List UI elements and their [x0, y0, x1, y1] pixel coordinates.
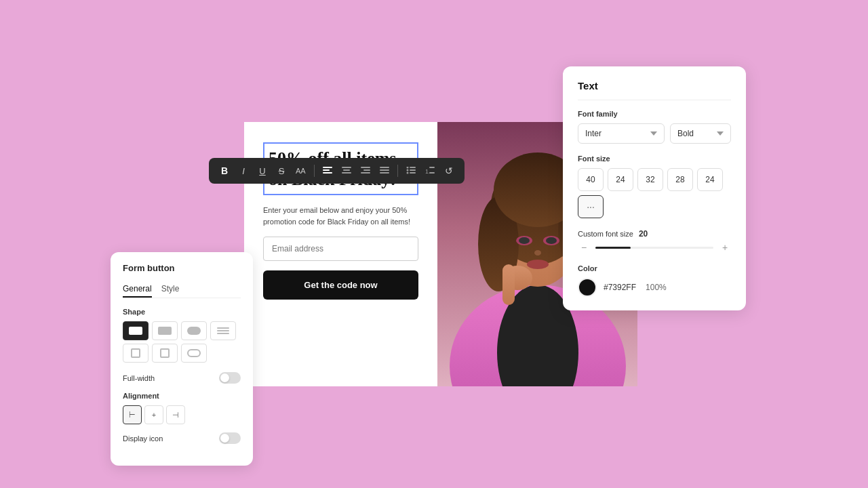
svg-rect-36: [410, 169, 416, 171]
custom-size-row: Custom font size 20: [578, 229, 731, 239]
fs-32[interactable]: 32: [637, 168, 663, 191]
rotate-button[interactable]: ↺: [441, 163, 456, 178]
form-button-panel-title: Form button: [123, 263, 241, 273]
svg-point-37: [406, 172, 408, 174]
svg-rect-26: [363, 169, 370, 171]
custom-size-section: Custom font size 20 − +: [578, 229, 731, 253]
full-width-toggle[interactable]: [219, 372, 241, 384]
svg-rect-19: [323, 172, 332, 174]
panel-tabs: General Style: [123, 281, 241, 298]
svg-rect-17: [323, 167, 332, 168]
list-number-button[interactable]: 1.2.: [422, 163, 437, 178]
text-panel: Text Font family Inter Bold Regular Ligh…: [563, 66, 746, 310]
svg-rect-21: [342, 167, 351, 168]
align-center-opt[interactable]: +: [144, 405, 163, 424]
list-bullet-button[interactable]: [403, 163, 418, 178]
svg-point-14: [527, 260, 549, 269]
svg-point-13: [534, 250, 541, 256]
align-right-opt[interactable]: ⊣: [166, 405, 185, 424]
strikethrough-button[interactable]: S: [274, 163, 289, 178]
font-family-label: Font family: [578, 110, 731, 118]
underline-button[interactable]: U: [255, 163, 270, 178]
svg-text:1.: 1.: [425, 168, 431, 175]
fs-more[interactable]: ···: [578, 195, 604, 218]
svg-rect-22: [343, 169, 350, 171]
align-center-button[interactable]: [339, 163, 354, 178]
svg-rect-23: [342, 172, 351, 174]
font-size-slider: − +: [578, 241, 731, 253]
fs-28[interactable]: 28: [667, 168, 693, 191]
email-submit-button[interactable]: Get the code now: [263, 270, 418, 300]
font-family-select[interactable]: Inter: [578, 123, 665, 144]
shape-rect-light[interactable]: [152, 321, 178, 340]
svg-rect-27: [361, 172, 370, 174]
email-subtext: Enter your email below and enjoy your 50…: [263, 205, 418, 227]
color-section: Color #7392FF 100%: [578, 264, 731, 297]
full-width-row: Full-width: [123, 372, 241, 384]
text-panel-title: Text: [578, 80, 731, 100]
bold-button[interactable]: B: [217, 163, 232, 178]
slider-minus[interactable]: −: [578, 241, 590, 253]
svg-rect-16: [502, 264, 515, 305]
shape-pill-outline[interactable]: [181, 344, 207, 363]
font-weight-select[interactable]: Bold Regular Light: [670, 123, 731, 144]
svg-point-12: [546, 237, 557, 244]
font-size-label: Font size: [578, 155, 731, 163]
toolbar-sep-2: [397, 165, 398, 177]
fs-24b[interactable]: 24: [697, 168, 723, 191]
shape-sq-outline[interactable]: [123, 344, 149, 363]
form-button-panel: Form button General Style Shape: [111, 252, 253, 466]
color-opacity: 100%: [646, 283, 667, 292]
slider-plus[interactable]: +: [719, 241, 731, 253]
svg-rect-42: [429, 172, 435, 174]
font-size-options: 40 24 32 28 24 ···: [578, 168, 731, 218]
svg-rect-38: [410, 172, 416, 174]
full-width-label: Full-width: [123, 374, 155, 382]
shape-pill[interactable]: [181, 321, 207, 340]
svg-rect-31: [380, 172, 389, 174]
shape-sq-outline-2[interactable]: [152, 344, 178, 363]
shape-rect-dark[interactable]: [123, 321, 149, 340]
custom-size-label: Custom font size: [578, 230, 633, 238]
toolbar-sep-1: [314, 165, 315, 177]
svg-rect-18: [323, 169, 330, 171]
aa-button[interactable]: AA: [293, 163, 309, 178]
svg-point-35: [406, 169, 408, 171]
background: 50% off all items on Black Friday! Enter…: [0, 0, 868, 488]
tab-style[interactable]: Style: [161, 281, 180, 298]
svg-point-11: [519, 237, 530, 244]
email-input[interactable]: [263, 237, 418, 261]
align-justify-button[interactable]: [377, 163, 392, 178]
shape-lines[interactable]: [210, 321, 236, 340]
display-icon-toggle[interactable]: [219, 432, 241, 444]
font-family-row: Inter Bold Regular Light: [578, 123, 731, 144]
alignment-label: Alignment: [123, 392, 241, 400]
shape-grid: [123, 321, 241, 363]
shape-label: Shape: [123, 308, 241, 316]
text-toolbar: B I U S AA 1.2. ↺: [209, 158, 465, 184]
font-size-section: Font size 40 24 32 28 24 ···: [578, 155, 731, 218]
color-row: #7392FF 100%: [578, 278, 731, 297]
svg-rect-34: [410, 167, 416, 168]
color-hex: #7392FF: [604, 283, 636, 292]
svg-point-33: [406, 167, 408, 169]
alignment-buttons: ⊢ + ⊣: [123, 405, 241, 424]
slider-fill: [595, 247, 631, 249]
svg-rect-40: [429, 167, 435, 168]
color-label: Color: [578, 264, 731, 272]
slider-track[interactable]: [595, 247, 713, 249]
font-family-section: Font family Inter Bold Regular Light: [578, 110, 731, 144]
custom-size-value: 20: [639, 229, 648, 239]
fs-40[interactable]: 40: [578, 168, 604, 191]
fs-24[interactable]: 24: [608, 168, 633, 191]
svg-rect-30: [380, 169, 389, 171]
tab-general[interactable]: General: [123, 281, 152, 298]
align-left-opt[interactable]: ⊢: [123, 405, 142, 424]
svg-rect-29: [380, 167, 389, 168]
align-left-button[interactable]: [320, 163, 335, 178]
svg-rect-25: [361, 167, 370, 168]
display-icon-row: Display icon: [123, 432, 241, 444]
italic-button[interactable]: I: [236, 163, 251, 178]
color-swatch[interactable]: [578, 278, 597, 297]
align-right-button[interactable]: [358, 163, 373, 178]
